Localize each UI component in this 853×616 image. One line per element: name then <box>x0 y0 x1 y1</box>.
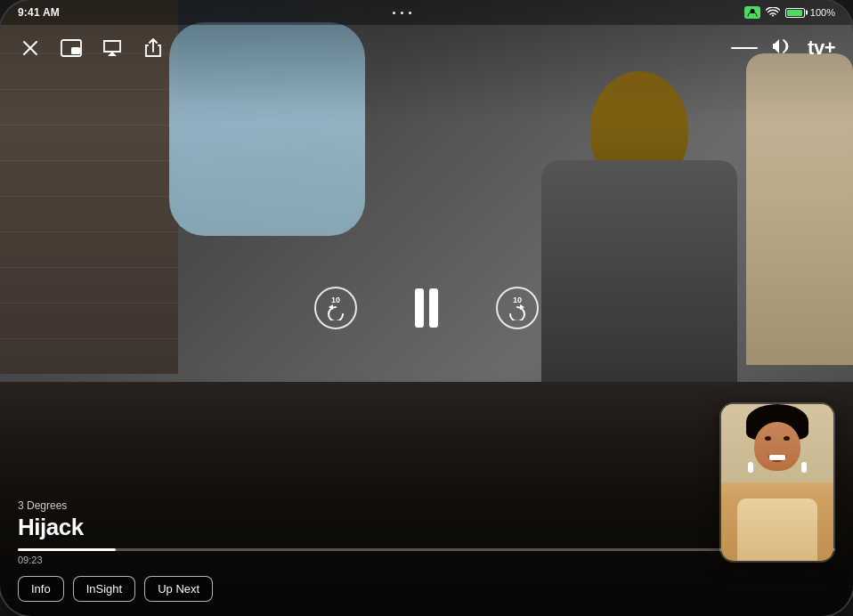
volume-button[interactable] <box>772 38 792 58</box>
status-bar: 9:41 AM 100% <box>0 0 853 25</box>
pause-bar-right <box>429 288 438 328</box>
apple-tv-logo: tv+ <box>806 36 835 60</box>
show-title-area: 3 Degrees Hijack <box>18 499 835 541</box>
facetime-background <box>721 404 833 561</box>
airplay-button[interactable] <box>100 36 125 61</box>
battery-percent: 100% <box>810 7 835 18</box>
progress-bar-container[interactable] <box>18 548 835 551</box>
battery-icon <box>785 8 805 18</box>
pause-button[interactable] <box>410 287 443 329</box>
top-left-controls <box>18 36 166 61</box>
share-button[interactable] <box>141 36 166 61</box>
dot-2 <box>401 12 403 14</box>
volume-bar <box>731 47 758 49</box>
tv-plus-text: tv+ <box>808 36 835 60</box>
wifi-icon <box>766 7 780 18</box>
action-buttons: Info InSight Up Next <box>18 576 835 602</box>
status-right: 100% <box>744 6 835 19</box>
person-status-icon <box>744 6 760 19</box>
insight-button[interactable]: InSight <box>73 576 135 602</box>
info-button[interactable]: Info <box>18 576 64 602</box>
forward-button[interactable]: 10 <box>496 287 539 329</box>
close-button[interactable] <box>18 36 43 61</box>
up-next-button[interactable]: Up Next <box>144 576 213 602</box>
facetime-person-face <box>754 422 800 471</box>
facetime-pip[interactable] <box>719 402 835 563</box>
playback-controls: 10 10 <box>314 287 539 329</box>
status-center-dots <box>393 12 411 14</box>
facetime-person-body <box>737 498 817 561</box>
pip-button[interactable] <box>59 36 84 61</box>
svg-rect-4 <box>71 47 80 54</box>
battery-fill <box>787 10 802 16</box>
episode-label: 3 Degrees <box>18 499 835 512</box>
time-display: 09:23 <box>18 555 835 565</box>
dot-1 <box>393 12 395 14</box>
pause-bar-left <box>415 288 424 328</box>
dot-3 <box>409 12 411 14</box>
progress-fill <box>18 548 116 551</box>
top-right-controls: tv+ <box>731 36 835 60</box>
device-frame: 9:41 AM 100% <box>0 0 853 616</box>
rewind-button[interactable]: 10 <box>314 287 357 329</box>
status-time: 9:41 AM <box>18 6 60 19</box>
forward-seconds: 10 <box>513 296 522 304</box>
show-title: Hijack <box>18 514 835 541</box>
rewind-seconds: 10 <box>331 296 340 304</box>
top-controls: tv+ <box>0 25 853 71</box>
